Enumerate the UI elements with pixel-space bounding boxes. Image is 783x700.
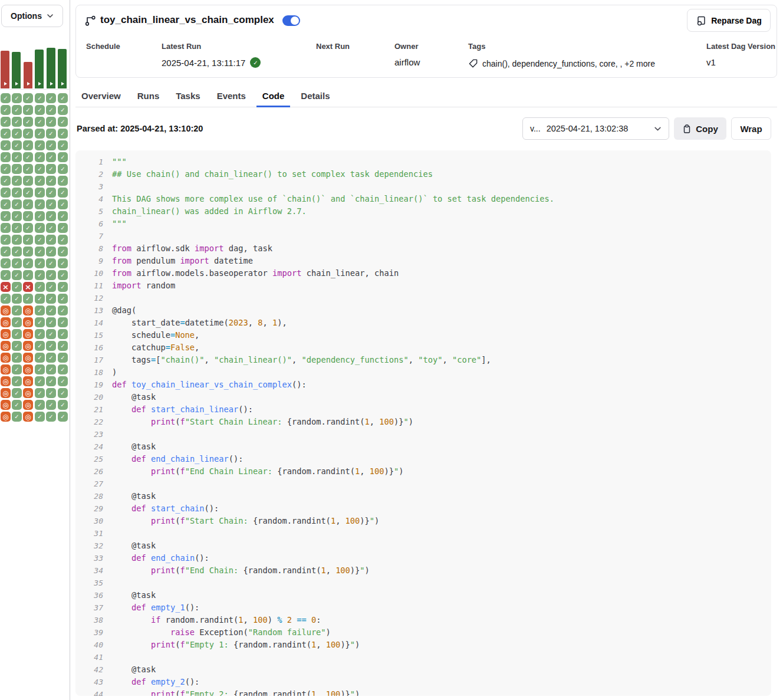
- task-status-success-icon[interactable]: ✓: [12, 247, 22, 257]
- task-status-success-icon[interactable]: ✓: [12, 223, 22, 233]
- latest-run-value[interactable]: 2025-04-21, 13:11:17 ✓: [162, 57, 261, 68]
- task-status-success-icon[interactable]: ✓: [58, 329, 68, 339]
- task-status-success-icon[interactable]: ✓: [35, 305, 45, 316]
- task-status-success-icon[interactable]: ✓: [23, 270, 33, 280]
- task-status-success-icon[interactable]: ✓: [35, 376, 45, 386]
- task-status-success-icon[interactable]: ✓: [58, 93, 68, 103]
- task-status-success-icon[interactable]: ✓: [23, 211, 33, 221]
- task-status-success-icon[interactable]: ✓: [35, 329, 45, 339]
- task-status-success-icon[interactable]: ✓: [35, 223, 45, 233]
- task-status-upstream-failed-icon[interactable]: ◎: [23, 364, 33, 374]
- task-status-success-icon[interactable]: ✓: [46, 353, 56, 363]
- task-status-upstream-failed-icon[interactable]: ◎: [1, 376, 11, 386]
- task-status-upstream-failed-icon[interactable]: ◎: [23, 341, 33, 351]
- task-status-upstream-failed-icon[interactable]: ◎: [23, 400, 33, 410]
- task-status-success-icon[interactable]: ✓: [46, 188, 56, 198]
- task-status-success-icon[interactable]: ✓: [23, 223, 33, 233]
- task-status-success-icon[interactable]: ✓: [35, 188, 45, 198]
- task-status-success-icon[interactable]: ✓: [46, 317, 56, 327]
- task-status-success-icon[interactable]: ✓: [58, 376, 68, 386]
- task-status-success-icon[interactable]: ✓: [12, 258, 22, 268]
- reparse-dag-button[interactable]: Reparse Dag: [687, 9, 771, 32]
- task-status-success-icon[interactable]: ✓: [58, 188, 68, 198]
- tab-code[interactable]: Code: [256, 86, 291, 107]
- task-status-success-icon[interactable]: ✓: [1, 294, 11, 304]
- tags-value[interactable]: chain(), dependency_functions, core, , +…: [468, 58, 655, 68]
- task-status-success-icon[interactable]: ✓: [23, 140, 33, 150]
- task-status-success-icon[interactable]: ✓: [35, 353, 45, 363]
- task-status-success-icon[interactable]: ✓: [23, 247, 33, 257]
- task-status-success-icon[interactable]: ✓: [1, 140, 11, 150]
- task-status-upstream-failed-icon[interactable]: ◎: [23, 317, 33, 327]
- task-status-success-icon[interactable]: ✓: [23, 152, 33, 162]
- task-status-success-icon[interactable]: ✓: [35, 235, 45, 245]
- task-status-success-icon[interactable]: ✓: [35, 282, 45, 292]
- task-status-success-icon[interactable]: ✓: [12, 117, 22, 127]
- task-status-success-icon[interactable]: ✓: [46, 117, 56, 127]
- task-status-success-icon[interactable]: ✓: [35, 412, 45, 422]
- tab-events[interactable]: Events: [211, 86, 252, 107]
- task-status-success-icon[interactable]: ✓: [58, 129, 68, 139]
- dag-run-bar[interactable]: [24, 62, 32, 88]
- task-status-success-icon[interactable]: ✓: [58, 105, 68, 115]
- task-status-success-icon[interactable]: ✓: [46, 305, 56, 316]
- task-status-success-icon[interactable]: ✓: [58, 152, 68, 162]
- task-status-success-icon[interactable]: ✓: [1, 211, 11, 221]
- task-status-success-icon[interactable]: ✓: [35, 199, 45, 209]
- task-status-success-icon[interactable]: ✓: [12, 188, 22, 198]
- task-status-success-icon[interactable]: ✓: [58, 317, 68, 327]
- task-status-success-icon[interactable]: ✓: [1, 247, 11, 257]
- task-status-success-icon[interactable]: ✓: [12, 211, 22, 221]
- task-status-success-icon[interactable]: ✓: [46, 388, 56, 398]
- dag-pause-toggle[interactable]: [282, 15, 300, 26]
- task-status-success-icon[interactable]: ✓: [12, 282, 22, 292]
- task-status-success-icon[interactable]: ✓: [12, 329, 22, 339]
- task-status-success-icon[interactable]: ✓: [58, 223, 68, 233]
- task-status-upstream-failed-icon[interactable]: ◎: [23, 376, 33, 386]
- task-status-success-icon[interactable]: ✓: [12, 412, 22, 422]
- task-status-success-icon[interactable]: ✓: [1, 176, 11, 186]
- task-status-success-icon[interactable]: ✓: [23, 294, 33, 304]
- task-status-upstream-failed-icon[interactable]: ◎: [1, 364, 11, 374]
- dag-version-select[interactable]: v... 2025-04-21, 13:02:38: [522, 117, 669, 140]
- task-status-success-icon[interactable]: ✓: [35, 247, 45, 257]
- task-status-success-icon[interactable]: ✓: [46, 164, 56, 174]
- task-status-success-icon[interactable]: ✓: [35, 152, 45, 162]
- task-status-success-icon[interactable]: ✓: [1, 93, 11, 103]
- tab-tasks[interactable]: Tasks: [170, 86, 206, 107]
- task-status-success-icon[interactable]: ✓: [35, 364, 45, 374]
- task-status-success-icon[interactable]: ✓: [35, 105, 45, 115]
- task-status-success-icon[interactable]: ✓: [58, 258, 68, 268]
- task-status-success-icon[interactable]: ✓: [46, 282, 56, 292]
- task-status-success-icon[interactable]: ✓: [12, 376, 22, 386]
- task-status-success-icon[interactable]: ✓: [23, 129, 33, 139]
- task-status-success-icon[interactable]: ✓: [46, 235, 56, 245]
- task-status-success-icon[interactable]: ✓: [58, 247, 68, 257]
- task-status-success-icon[interactable]: ✓: [35, 341, 45, 351]
- task-status-success-icon[interactable]: ✓: [12, 164, 22, 174]
- task-status-failed-icon[interactable]: ×: [1, 282, 11, 292]
- task-status-success-icon[interactable]: ✓: [35, 129, 45, 139]
- task-status-success-icon[interactable]: ✓: [12, 353, 22, 363]
- tab-overview[interactable]: Overview: [75, 86, 127, 107]
- task-status-success-icon[interactable]: ✓: [1, 223, 11, 233]
- task-status-success-icon[interactable]: ✓: [23, 164, 33, 174]
- task-status-upstream-failed-icon[interactable]: ◎: [1, 317, 11, 327]
- task-status-success-icon[interactable]: ✓: [12, 140, 22, 150]
- task-status-upstream-failed-icon[interactable]: ◎: [23, 388, 33, 398]
- task-status-success-icon[interactable]: ✓: [46, 329, 56, 339]
- task-status-success-icon[interactable]: ✓: [23, 188, 33, 198]
- task-status-success-icon[interactable]: ✓: [46, 400, 56, 410]
- task-status-success-icon[interactable]: ✓: [1, 235, 11, 245]
- task-status-success-icon[interactable]: ✓: [58, 211, 68, 221]
- task-status-success-icon[interactable]: ✓: [1, 199, 11, 209]
- task-status-success-icon[interactable]: ✓: [58, 412, 68, 422]
- task-status-success-icon[interactable]: ✓: [12, 270, 22, 280]
- task-status-success-icon[interactable]: ✓: [1, 270, 11, 280]
- task-status-success-icon[interactable]: ✓: [58, 364, 68, 374]
- task-status-success-icon[interactable]: ✓: [46, 199, 56, 209]
- task-status-success-icon[interactable]: ✓: [12, 105, 22, 115]
- task-status-upstream-failed-icon[interactable]: ◎: [1, 305, 11, 316]
- task-status-success-icon[interactable]: ✓: [12, 317, 22, 327]
- task-status-success-icon[interactable]: ✓: [58, 305, 68, 316]
